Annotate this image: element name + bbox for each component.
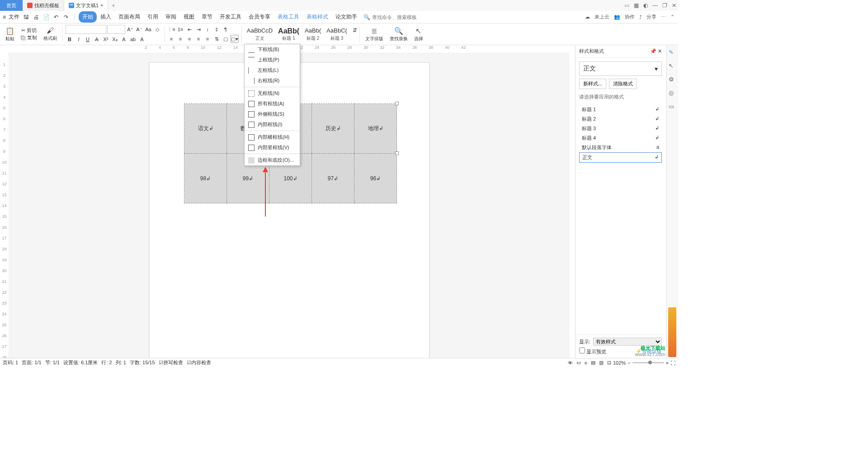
more-icon[interactable]: ⋯ (661, 14, 666, 20)
copy-button[interactable]: ⿻复制 (18, 34, 40, 41)
collapse-icon[interactable]: ⌃ (670, 14, 675, 20)
hamburger-icon[interactable]: ≡ (3, 14, 6, 20)
pin-icon[interactable]: 📌 (650, 48, 656, 54)
strike-icon[interactable]: A̶ (93, 35, 101, 43)
line-spacing-icon[interactable]: ‡ (212, 25, 221, 33)
zoom-slider[interactable] (632, 362, 664, 363)
fullscreen-icon[interactable]: ⛶ (670, 360, 675, 366)
zoom-in-icon[interactable]: + (666, 360, 669, 366)
menu-tablestyle[interactable]: 表格样式 (303, 11, 332, 23)
find-replace[interactable]: 🔍查找替换 (387, 27, 410, 42)
sort-icon[interactable]: ↕ (203, 25, 212, 33)
status-pageno[interactable]: 页码: 1 (3, 359, 18, 366)
close-icon[interactable]: ✕ (672, 2, 676, 9)
close-panel-icon[interactable]: ✕ (658, 48, 662, 54)
font-name[interactable] (66, 25, 106, 34)
number-list-icon[interactable]: 1≡ (176, 25, 184, 33)
table-cell[interactable]: 96↲ (354, 154, 397, 203)
preview-check[interactable]: 显示预览 (579, 348, 606, 355)
table-cell[interactable]: 语文↲ (184, 104, 227, 154)
maximize-icon[interactable]: ❐ (662, 2, 667, 9)
save-icon[interactable]: 🖫 (22, 13, 30, 21)
border-top[interactable]: 上框线(P) (245, 55, 300, 65)
border-all[interactable]: 所有框线(A) (245, 99, 300, 109)
cursor-icon[interactable]: ↖ (669, 62, 677, 70)
style-item-h3[interactable]: AaBbC(标题 3 (324, 26, 349, 43)
ruler-vertical[interactable]: 1234567891011121314151617181920212223242… (0, 53, 9, 358)
para-spacing-icon[interactable]: ⇅ (212, 35, 221, 43)
menu-thesis[interactable]: 论文助手 (332, 11, 361, 23)
view-page-icon[interactable]: ▭ (576, 360, 581, 366)
print-icon[interactable]: 🖨 (32, 13, 40, 21)
italic-icon[interactable]: I (75, 35, 83, 43)
bold-icon[interactable]: B (66, 35, 74, 43)
add-tab[interactable]: + (108, 0, 119, 11)
view-web-icon[interactable]: ≡ (585, 360, 587, 366)
border-dropdown-button[interactable]: ▢▾ (231, 35, 239, 43)
char-border-icon[interactable]: A (138, 35, 146, 43)
distribute-icon[interactable]: ≡ (203, 35, 212, 43)
menu-dev[interactable]: 开发工具 (216, 11, 245, 23)
menu-view[interactable]: 视图 (180, 11, 198, 23)
grow-font-icon[interactable]: A⁺ (126, 25, 134, 33)
style-item-h2[interactable]: AaBb(标题 2 (302, 26, 323, 43)
font-color-icon[interactable]: A (120, 35, 128, 43)
status-section[interactable]: 节: 1/1 (45, 359, 60, 366)
paste-button[interactable]: 📋粘贴 (3, 27, 17, 42)
target-icon[interactable]: ◎ (669, 89, 677, 98)
style-more[interactable]: ⇵ (350, 26, 357, 43)
superscript-icon[interactable]: X² (102, 35, 110, 43)
menu-member[interactable]: 会员专享 (245, 11, 274, 23)
border-left[interactable]: 左框线(L) (245, 65, 300, 75)
cloud-icon[interactable]: ☁ (585, 14, 590, 20)
style-item[interactable]: 默认段落字体a (579, 143, 662, 152)
table-cell[interactable]: 历史↲ (312, 104, 354, 154)
border-bottom[interactable]: 下框线(B) (245, 44, 300, 55)
justify-icon[interactable]: ≡ (194, 35, 203, 43)
menu-tabletool[interactable]: 表格工具 (274, 11, 303, 23)
content-check[interactable]: ☑内容检查 (187, 359, 211, 366)
table-cell[interactable]: 98↲ (184, 154, 227, 203)
border-none[interactable]: 无框线(N) (245, 88, 300, 99)
view-outline-icon[interactable]: ▤ (591, 360, 595, 366)
view-read-icon[interactable]: ▥ (599, 360, 604, 366)
text-arrange[interactable]: ≣文字排版 (363, 27, 386, 42)
search-input[interactable] (372, 14, 426, 20)
indent-inc-icon[interactable]: ⇥ (194, 25, 203, 33)
shrink-font-icon[interactable]: A⁻ (135, 25, 143, 33)
cut-button[interactable]: ✂剪切 (18, 27, 40, 34)
file-menu[interactable]: 文件 (9, 13, 19, 21)
minimize-icon[interactable]: — (652, 2, 658, 9)
border-innerv[interactable]: 内部竖框线(V) (245, 142, 300, 153)
status-setval[interactable]: 设置值: 6.1厘米 (63, 359, 98, 366)
new-style-button[interactable]: 新样式... (579, 79, 606, 89)
align-left-icon[interactable]: ≡ (167, 35, 175, 43)
zoom-out-icon[interactable]: − (627, 360, 630, 366)
redo-icon[interactable]: ↷ (62, 13, 70, 21)
table-cell[interactable]: 地理↲ (354, 104, 397, 154)
menu-insert[interactable]: 插入 (97, 11, 115, 23)
change-case-icon[interactable]: Aa (144, 25, 152, 33)
tab-document[interactable]: 文字文稿1• (64, 0, 108, 11)
select-button[interactable]: ↖选择 (411, 27, 426, 42)
premium-badge[interactable] (668, 307, 676, 357)
undo-icon[interactable]: ↶ (52, 13, 60, 21)
style-item[interactable]: 标题 3↲ (579, 124, 662, 133)
settings-icon[interactable]: ⚙ (669, 76, 677, 84)
tab-template[interactable]: 找稻壳模板 (23, 0, 64, 11)
highlight-icon[interactable]: ab (129, 35, 137, 43)
align-right-icon[interactable]: ≡ (185, 35, 193, 43)
table-handle[interactable] (395, 102, 399, 105)
style-item[interactable]: 标题 1↲ (579, 105, 662, 114)
menu-ref[interactable]: 引用 (144, 11, 162, 23)
pen-tool-icon[interactable]: ✎ (669, 49, 677, 57)
status-page[interactable]: 页面: 1/1 (22, 359, 41, 366)
style-item[interactable]: 标题 2↲ (579, 114, 662, 124)
style-item-selected[interactable]: 正文↲ (579, 152, 662, 163)
clear-format-button[interactable]: 清除格式 (609, 79, 637, 89)
menu-layout[interactable]: 页面布局 (115, 11, 144, 23)
bullet-list-icon[interactable]: ⋮≡ (167, 25, 175, 33)
clear-format-icon[interactable]: ◇ (153, 25, 161, 33)
marks-icon[interactable]: ¶ (222, 25, 230, 33)
style-item-h1[interactable]: AaBb(标题 1 (276, 26, 302, 43)
